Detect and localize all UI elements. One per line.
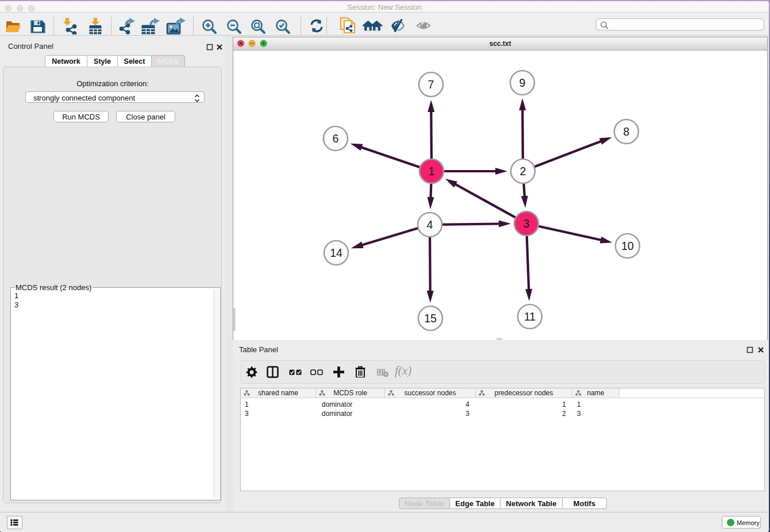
svg-text:9: 9 (519, 76, 526, 89)
svg-text:7: 7 (428, 78, 434, 91)
svg-text:10: 10 (621, 240, 634, 252)
svg-text:15: 15 (424, 312, 437, 325)
svg-text:1: 1 (429, 165, 435, 178)
svg-text:6: 6 (333, 132, 339, 145)
svg-text:2: 2 (520, 165, 526, 178)
svg-text:14: 14 (330, 246, 342, 259)
svg-text:4: 4 (427, 218, 433, 231)
svg-text:11: 11 (524, 310, 536, 323)
svg-text:3: 3 (523, 217, 530, 230)
svg-text:8: 8 (623, 125, 630, 138)
